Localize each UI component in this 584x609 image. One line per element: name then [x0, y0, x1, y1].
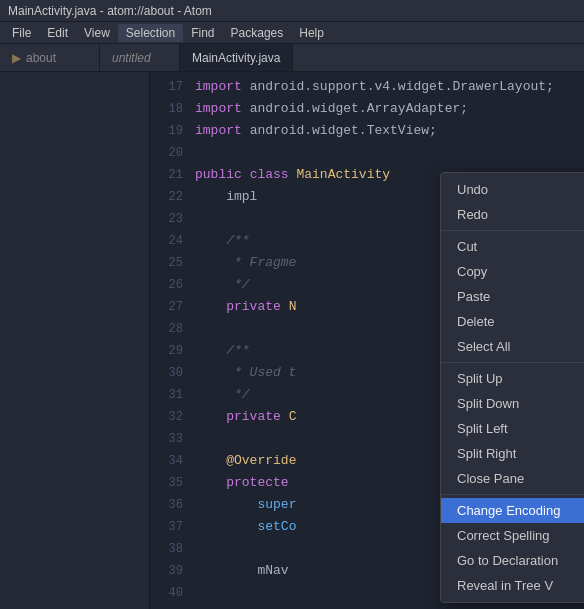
code-line-19: 19 import android.widget.TextView;	[150, 120, 584, 142]
ctx-split-left[interactable]: Split Left	[441, 416, 584, 441]
menu-file[interactable]: File	[4, 24, 39, 42]
code-line-17: 17 import android.support.v4.widget.Draw…	[150, 76, 584, 98]
tab-mainactivity[interactable]: MainActivity.java	[180, 44, 293, 71]
title-bar-text: MainActivity.java - atom://about - Atom	[8, 4, 212, 18]
ctx-reveal-in-tree[interactable]: Reveal in Tree V	[441, 573, 584, 598]
ctx-change-encoding[interactable]: Change Encoding	[441, 498, 584, 523]
menu-edit[interactable]: Edit	[39, 24, 76, 42]
editor-area: 17 import android.support.v4.widget.Draw…	[0, 72, 584, 609]
ctx-split-down[interactable]: Split Down	[441, 391, 584, 416]
ctx-delete[interactable]: Delete	[441, 309, 584, 334]
ctx-paste[interactable]: Paste	[441, 284, 584, 309]
folder-name: about	[26, 51, 56, 65]
ctx-split-right[interactable]: Split Right	[441, 441, 584, 466]
ctx-close-pane[interactable]: Close Pane	[441, 466, 584, 491]
ctx-go-to-declaration[interactable]: Go to Declaration	[441, 548, 584, 573]
code-line-20: 20	[150, 142, 584, 164]
menu-help[interactable]: Help	[291, 24, 332, 42]
editor-tabs: untitled MainActivity.java	[100, 44, 584, 71]
tab-bar: ▶ about untitled MainActivity.java	[0, 44, 584, 72]
ctx-select-all[interactable]: Select All	[441, 334, 584, 359]
ctx-undo[interactable]: Undo	[441, 177, 584, 202]
menu-find[interactable]: Find	[183, 24, 222, 42]
menu-selection[interactable]: Selection	[118, 24, 183, 42]
menu-packages[interactable]: Packages	[223, 24, 292, 42]
menu-bar: File Edit View Selection Find Packages H…	[0, 22, 584, 44]
tab-untitled-label: untitled	[112, 51, 151, 65]
ctx-sep-3	[441, 494, 584, 495]
left-panel	[0, 72, 150, 609]
ctx-correct-spelling[interactable]: Correct Spelling	[441, 523, 584, 548]
tab-untitled[interactable]: untitled	[100, 44, 180, 71]
ctx-sep-1	[441, 230, 584, 231]
ctx-split-up[interactable]: Split Up	[441, 366, 584, 391]
ctx-redo[interactable]: Redo	[441, 202, 584, 227]
ctx-cut[interactable]: Cut	[441, 234, 584, 259]
ctx-sep-2	[441, 362, 584, 363]
ctx-copy[interactable]: Copy	[441, 259, 584, 284]
code-line-41: 41 mTitl	[150, 604, 584, 609]
code-line-18: 18 import android.widget.ArrayAdapter;	[150, 98, 584, 120]
title-bar: MainActivity.java - atom://about - Atom	[0, 0, 584, 22]
menu-view[interactable]: View	[76, 24, 118, 42]
folder-tab[interactable]: ▶ about	[0, 44, 100, 71]
folder-icon: ▶	[12, 51, 21, 65]
context-menu: Undo Redo Cut Copy Paste Delete Select A…	[440, 172, 584, 603]
code-area[interactable]: 17 import android.support.v4.widget.Draw…	[150, 72, 584, 609]
tab-mainactivity-label: MainActivity.java	[192, 51, 280, 65]
